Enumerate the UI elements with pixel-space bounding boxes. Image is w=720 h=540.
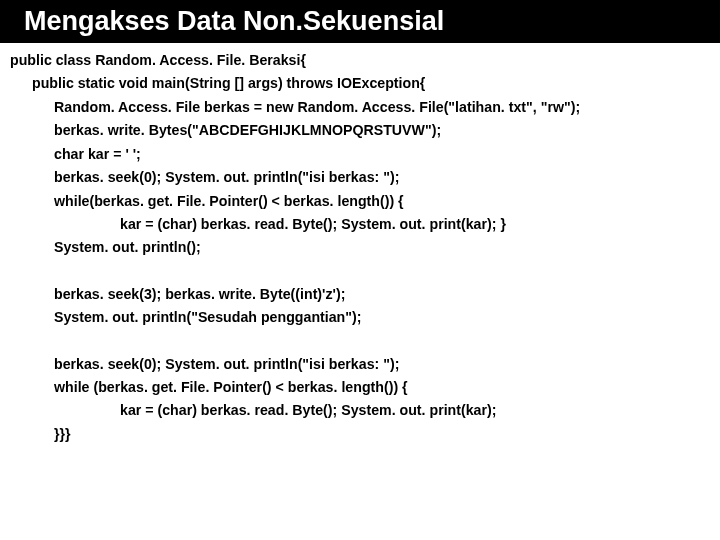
code-line: public static void main(String [] args) … bbox=[10, 72, 710, 95]
code-line: berkas. write. Bytes("ABCDEFGHIJKLMNOPQR… bbox=[10, 119, 710, 142]
code-line: System. out. println("Sesudah penggantia… bbox=[10, 306, 710, 329]
code-line: char kar = ' '; bbox=[10, 143, 710, 166]
blank-line bbox=[10, 260, 710, 283]
code-line: }}} bbox=[10, 423, 710, 446]
code-line: System. out. println(); bbox=[10, 236, 710, 259]
code-line: Random. Access. File berkas = new Random… bbox=[10, 96, 710, 119]
code-line: berkas. seek(0); System. out. println("i… bbox=[10, 166, 710, 189]
slide-title: Mengakses Data Non.Sekuensial bbox=[0, 0, 720, 43]
code-line: kar = (char) berkas. read. Byte(); Syste… bbox=[10, 399, 710, 422]
code-line: while(berkas. get. File. Pointer() < ber… bbox=[10, 190, 710, 213]
code-line: while (berkas. get. File. Pointer() < be… bbox=[10, 376, 710, 399]
code-line: public class Random. Access. File. Berak… bbox=[10, 49, 710, 72]
blank-line bbox=[10, 330, 710, 353]
code-block: public class Random. Access. File. Berak… bbox=[0, 43, 720, 446]
code-line: berkas. seek(0); System. out. println("i… bbox=[10, 353, 710, 376]
code-line: berkas. seek(3); berkas. write. Byte((in… bbox=[10, 283, 710, 306]
code-line: kar = (char) berkas. read. Byte(); Syste… bbox=[10, 213, 710, 236]
